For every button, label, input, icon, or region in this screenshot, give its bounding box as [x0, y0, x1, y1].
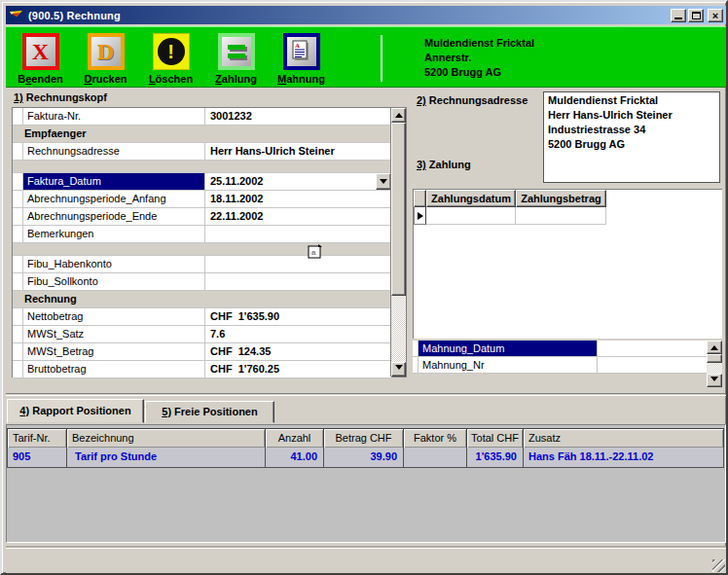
rechnungsadresse-box[interactable]: Muldendienst Fricktal Herr Hans-Ulrich S… [543, 91, 720, 183]
svg-text:A: A [295, 42, 300, 50]
row-selector[interactable] [13, 361, 23, 377]
row-mahnung-nr[interactable]: Mahnung_Nr [413, 357, 707, 374]
field-value[interactable] [598, 357, 707, 373]
beenden-button[interactable]: X Beenden [8, 33, 73, 87]
cell-anzahl[interactable]: 41.00 [265, 448, 324, 468]
cell-faktor[interactable] [403, 448, 467, 468]
row-mwst-satz[interactable]: MWSt_Satz 7.6 [13, 326, 391, 343]
row-nettobetrag[interactable]: Nettobetrag CHF 1'635.90 [13, 308, 391, 326]
field-value[interactable] [598, 341, 707, 356]
zahlung-empty-row[interactable] [414, 207, 722, 225]
header-zusatz[interactable]: Zusatz [523, 428, 724, 449]
maximize-button[interactable] [688, 9, 704, 22]
row-fibu-sollkonto[interactable]: Fibu_Sollkonto [13, 273, 391, 291]
cell-total-chf[interactable]: 1'635.90 [466, 448, 524, 468]
section-rechnungskopf-title: 1) Rechnungskopf [14, 91, 107, 103]
field-value[interactable]: 22.11.2002 [205, 208, 391, 225]
zahlung-cell-betrag[interactable] [516, 207, 606, 225]
row-selector[interactable] [13, 173, 23, 190]
header-bezeichnung[interactable]: Bezeichnung [66, 428, 266, 449]
row-selector[interactable] [13, 273, 23, 290]
row-selector[interactable] [13, 343, 23, 360]
header-anzahl[interactable]: Anzahl [265, 428, 324, 449]
drucken-button[interactable]: D Drucken [73, 33, 138, 87]
close-button[interactable]: × [708, 9, 723, 22]
arrow-down-icon [710, 377, 718, 385]
header-tarif-nr[interactable]: Tarif-Nr. [7, 428, 67, 449]
section-row-empfaenger: Empfaenger [13, 126, 391, 143]
zahlung-cell-datum[interactable] [426, 207, 516, 225]
row-fibu-habenkonto[interactable]: Fibu_Habenkonto [13, 256, 391, 273]
rechnungskopf-scrollbar[interactable] [390, 108, 406, 377]
scrollbar-thumb[interactable] [707, 354, 722, 363]
row-faktura-nr[interactable]: Faktura-Nr. 3001232 [13, 108, 391, 126]
horizontal-divider [6, 393, 726, 396]
row-selector[interactable] [13, 208, 23, 225]
address-line: Herr Hans-Ulrich Steiner [548, 108, 715, 123]
header-betrag-chf[interactable]: Betrag CHF [323, 428, 404, 449]
scrollbar-track[interactable] [391, 296, 406, 362]
field-value[interactable]: CHF 124.35 [205, 343, 391, 360]
row-selector[interactable] [13, 256, 23, 272]
mahnung-scrollbar[interactable] [707, 341, 722, 387]
field-label: Rechnungsadresse [23, 143, 205, 160]
row-selector[interactable] [13, 308, 23, 325]
row-mahnung-datum[interactable]: Mahnung_Datum [413, 341, 707, 357]
minimize-button[interactable] [671, 9, 686, 22]
cell-betrag-chf[interactable]: 39.90 [323, 448, 404, 468]
field-value[interactable]: Herr Hans-Ulrich Steiner [205, 143, 391, 160]
titlebar[interactable]: (900.5) Rechnung × [6, 6, 726, 24]
scroll-down-button[interactable] [391, 362, 406, 377]
tab-freie-positionen[interactable]: 5) Freie Positionen [145, 401, 274, 423]
row-selector[interactable] [13, 326, 23, 342]
header-total-chf[interactable]: Total CHF [466, 428, 524, 449]
loeschen-button[interactable]: ! Löschen [138, 33, 203, 87]
row-selector[interactable] [13, 191, 23, 207]
field-label: MWSt_Satz [23, 326, 205, 342]
field-label: Abrechnungsperiode_Anfang [23, 191, 205, 207]
mahnung-button[interactable]: A Mahnung [269, 33, 334, 87]
cell-tarif-nr[interactable]: 905 [7, 448, 67, 468]
row-abrechnungsperiode-anfang[interactable]: Abrechnungsperiode_Anfang 18.11.2002 [13, 191, 391, 208]
field-value[interactable]: CHF 1'760.25 [205, 361, 391, 377]
field-value[interactable]: 25.11.2002 [205, 173, 391, 190]
field-value[interactable]: 3001232 [205, 108, 391, 125]
row-rechnungsadresse[interactable]: Rechnungsadresse Herr Hans-Ulrich Steine… [13, 143, 391, 161]
row-bemerkungen[interactable]: Bemerkungen a [13, 226, 391, 243]
field-value[interactable] [205, 273, 391, 290]
arrow-up-icon [395, 109, 403, 118]
row-selector[interactable] [13, 226, 23, 242]
arrow-down-icon [395, 365, 403, 374]
field-value[interactable]: 7.6 [205, 326, 391, 342]
cell-zusatz[interactable]: Hans Fäh 18.11.-22.11.02 [523, 448, 724, 468]
field-label: MWSt_Betrag [23, 343, 205, 360]
row-faktura-datum[interactable]: Faktura_Datum 25.11.2002 [13, 173, 391, 191]
zahlung-header-datum[interactable]: Zahlungsdatum [426, 190, 516, 207]
scrollbar-track[interactable] [707, 363, 722, 374]
record-selector-cell[interactable] [414, 207, 426, 225]
header-faktor[interactable]: Faktor % [403, 428, 467, 449]
field-label: Mahnung_Nr [419, 357, 598, 373]
row-abrechnungsperiode-ende[interactable]: Abrechnungsperiode_Ende 22.11.2002 [13, 208, 391, 226]
rechnungskopf-grid: Faktura-Nr. 3001232 Empfaenger Rechnungs… [12, 107, 407, 377]
zahlung-button[interactable]: Zahlung [203, 33, 269, 87]
row-bruttobetrag[interactable]: Bruttobetrag CHF 1'760.25 [13, 361, 391, 378]
row-selector[interactable] [13, 108, 23, 125]
positionen-data-row[interactable]: 905 Tarif pro Stunde 41.00 39.90 1'635.9… [8, 448, 724, 468]
zahlung-header-betrag[interactable]: Zahlungsbetrag [516, 190, 606, 207]
row-mwst-betrag[interactable]: MWSt_Betrag CHF 124.35 [13, 343, 391, 361]
beenden-label: Beenden [18, 73, 62, 85]
scroll-up-button[interactable] [391, 108, 406, 123]
field-value[interactable]: 18.11.2002 [205, 191, 391, 207]
field-value[interactable]: CHF 1'635.90 [205, 308, 391, 325]
scrollbar-thumb[interactable] [391, 123, 406, 296]
scroll-up-button[interactable] [707, 341, 722, 354]
field-value[interactable]: a [205, 226, 391, 242]
resize-grip[interactable] [712, 559, 725, 572]
faktura-datum-dropdown-button[interactable] [376, 173, 391, 190]
row-selector[interactable] [13, 143, 23, 160]
field-value[interactable] [205, 256, 391, 272]
tab-rapport-positionen[interactable]: 4) Rapport Positionen [7, 399, 144, 423]
scroll-down-button[interactable] [707, 374, 722, 387]
cell-bezeichnung[interactable]: Tarif pro Stunde [66, 448, 266, 468]
